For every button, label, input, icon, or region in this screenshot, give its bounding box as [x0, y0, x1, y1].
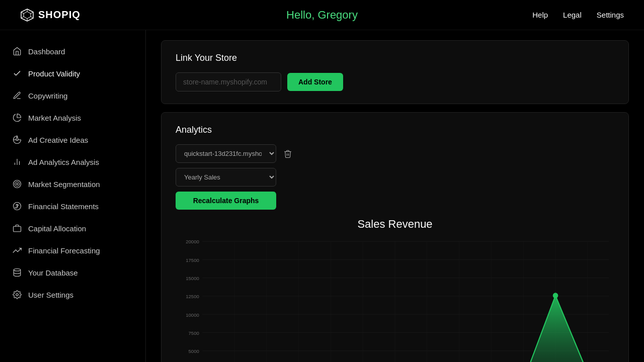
nav-legal[interactable]: Legal	[563, 11, 582, 19]
sidebar-item-product-validity[interactable]: Product Validity	[0, 62, 145, 84]
sidebar-item-financial-statements[interactable]: Financial Statements	[0, 195, 145, 217]
sidebar-label-dashboard: Dashboard	[28, 47, 65, 56]
sidebar-label-capital: Capital Allocation	[28, 224, 86, 233]
svg-point-64	[553, 293, 558, 298]
chart-container: Sales Revenue 20000	[176, 218, 614, 362]
check-icon	[12, 68, 22, 78]
svg-point-20	[14, 269, 21, 272]
svg-text:7500: 7500	[189, 330, 200, 336]
svg-text:10000: 10000	[186, 312, 199, 317]
sidebar-item-forecasting[interactable]: Financial Forecasting	[0, 239, 145, 261]
svg-text:5000: 5000	[189, 348, 200, 354]
sidebar-label-product-validity: Product Validity	[28, 69, 80, 78]
target-icon	[12, 179, 22, 189]
delete-store-button[interactable]	[281, 147, 294, 160]
analytics-title: Analytics	[176, 125, 614, 135]
bar-chart-icon	[12, 157, 22, 167]
header: SHOPIQ Hello, Gregory Help Legal Setting…	[0, 0, 644, 30]
sidebar-item-market-analysis[interactable]: Market Analysis	[0, 107, 145, 129]
svg-rect-18	[14, 226, 21, 232]
add-store-button[interactable]: Add Store	[287, 73, 343, 91]
pie-icon	[12, 113, 22, 123]
svg-marker-1	[24, 12, 31, 19]
svg-text:15000: 15000	[186, 276, 199, 281]
sidebar-label-ad-analytics: Ad Analytics Analysis	[28, 158, 99, 166]
nav-links: Help Legal Settings	[532, 11, 624, 19]
svg-text:12500: 12500	[186, 294, 199, 299]
layout: Dashboard Product Validity Copywriting M…	[0, 30, 644, 362]
sidebar-label-financial-statements: Financial Statements	[28, 202, 99, 211]
dollar-icon	[12, 201, 22, 211]
store-input[interactable]	[176, 72, 281, 92]
sidebar: Dashboard Product Validity Copywriting M…	[0, 30, 146, 362]
sidebar-item-dashboard[interactable]: Dashboard	[0, 40, 145, 62]
sidebar-item-capital[interactable]: Capital Allocation	[0, 217, 145, 239]
trash-icon	[283, 149, 292, 158]
analytics-card: Analytics quickstart-13d231fc.myshopify.…	[161, 112, 629, 362]
sidebar-item-copywriting[interactable]: Copywriting	[0, 84, 145, 107]
svg-point-21	[16, 294, 19, 296]
edit-icon	[12, 90, 22, 101]
svg-point-14	[15, 182, 20, 187]
sidebar-label-user-settings: User Settings	[28, 291, 73, 299]
chart-area: 20000 17500 15000 12500 10000 7500 5000 …	[176, 236, 614, 362]
sidebar-item-market-seg[interactable]: Market Segmentation	[0, 173, 145, 195]
settings-icon	[12, 290, 22, 300]
rocket-icon	[12, 135, 22, 145]
store-select[interactable]: quickstart-13d231fc.myshopify...	[176, 144, 276, 163]
recalculate-button[interactable]: Recalculate Graphs	[176, 192, 276, 210]
logo-icon	[20, 8, 34, 22]
briefcase-icon	[12, 223, 22, 233]
sidebar-item-user-settings[interactable]: User Settings	[0, 284, 145, 306]
greeting: Hello, Gregory	[286, 9, 358, 22]
link-store-card: Link Your Store Add Store	[161, 40, 629, 104]
sidebar-label-ad-creative: Ad Creative Ideas	[28, 136, 88, 144]
sales-chart: 20000 17500 15000 12500 10000 7500 5000 …	[176, 236, 614, 362]
period-select[interactable]: Yearly Sales Monthly Sales Weekly Sales	[176, 168, 276, 187]
sidebar-label-market-seg: Market Segmentation	[28, 180, 100, 189]
trending-icon	[12, 245, 22, 255]
sidebar-label-copywriting: Copywriting	[28, 92, 67, 100]
svg-point-15	[17, 184, 18, 185]
chart-title: Sales Revenue	[176, 218, 614, 231]
nav-settings[interactable]: Settings	[597, 11, 624, 19]
sidebar-label-forecasting: Financial Forecasting	[28, 246, 100, 255]
svg-point-13	[14, 180, 21, 188]
analytics-controls: quickstart-13d231fc.myshopify... Yearly …	[176, 144, 614, 210]
svg-text:17500: 17500	[186, 257, 199, 263]
home-icon	[12, 46, 22, 56]
sidebar-item-ad-creative[interactable]: Ad Creative Ideas	[0, 129, 145, 151]
svg-marker-52	[202, 296, 609, 362]
sidebar-label-database: Your Database	[28, 268, 78, 277]
svg-text:20000: 20000	[186, 239, 199, 244]
link-store-row: Add Store	[176, 72, 614, 92]
sidebar-label-market-analysis: Market Analysis	[28, 114, 81, 122]
sidebar-item-database[interactable]: Your Database	[0, 261, 145, 284]
logo-text: SHOPIQ	[38, 9, 80, 21]
sidebar-item-ad-analytics[interactable]: Ad Analytics Analysis	[0, 151, 145, 173]
store-select-row: quickstart-13d231fc.myshopify...	[176, 144, 614, 163]
database-icon	[12, 267, 22, 278]
nav-help[interactable]: Help	[532, 11, 548, 19]
logo: SHOPIQ	[20, 8, 80, 22]
link-store-title: Link Your Store	[176, 53, 614, 63]
main-content: Link Your Store Add Store Analytics quic…	[146, 30, 644, 362]
